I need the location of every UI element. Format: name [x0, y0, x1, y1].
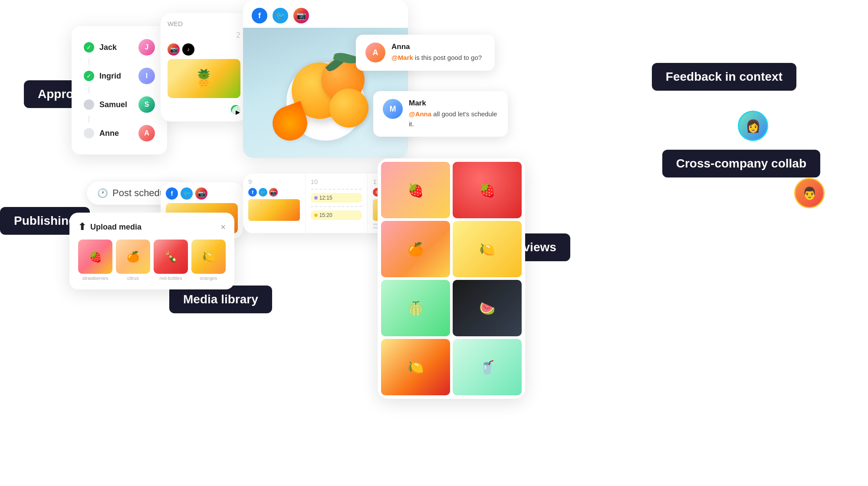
media-item-4: 🍋 oranges [191, 240, 226, 281]
event-dot-yellow [314, 213, 318, 217]
instagram-icon-main: 📷 [293, 8, 309, 23]
event-time-1520: 15:20 [319, 212, 332, 218]
tiktok-icon: ♪ [182, 43, 194, 56]
user-name-samuel: Samuel [99, 100, 127, 109]
approval-row-samuel: Samuel S [84, 94, 155, 115]
food-emoji: 🍍 [193, 69, 215, 89]
chat-bubble-mark: M Mark @Anna all good let's schedule it. [373, 91, 508, 137]
media-thumb-oranges[interactable]: 🍋 [191, 240, 226, 274]
approvals-card: Jack J Ingrid I Samuel S Anne A [72, 26, 167, 154]
collab-avatar-emoji-1: 👩 [746, 119, 761, 133]
media-library-card: ⬆ Upload media × 🍓 strawberries 🍊 citrus… [69, 213, 234, 289]
avatar-anne: A [138, 125, 155, 141]
photo-pink-strawberry: 🍓 [381, 162, 450, 218]
instagram-icon-2: 📷 [195, 187, 207, 200]
planning-day: WED [168, 20, 240, 27]
media-label-3: red-bottles [154, 276, 188, 281]
planning-date: 2 [168, 31, 240, 40]
photo-citrus-cut: 🍋 [381, 339, 450, 395]
avatar-mark: M [383, 99, 403, 119]
avatar-samuel: S [138, 96, 155, 113]
upload-icon: ⬆ [78, 221, 86, 233]
cal-event-1520: 15:20 [311, 210, 362, 220]
collab-avatar-1: 👩 [738, 111, 768, 141]
social-icons-row: 📷 ♪ [168, 43, 240, 56]
cal-day-10: 10 [311, 178, 362, 185]
media-label-1: strawberries [78, 276, 112, 281]
photo-smoothie: 🥤 [453, 339, 522, 395]
approved-icon-ingrid [84, 71, 94, 81]
close-button[interactable]: × [220, 222, 226, 232]
instagram-icon: 📷 [168, 43, 180, 56]
chat-text-mark: @Anna all good let's schedule it. [409, 109, 498, 129]
twitter-icon-main: 🐦 [273, 8, 288, 23]
orange-3 [329, 89, 368, 128]
media-title-row: ⬆ Upload media [78, 221, 141, 233]
dashed-line-mid [311, 206, 362, 207]
media-thumb-strawberry[interactable]: 🍓 [78, 240, 112, 274]
photo-citrus-mix: 🍊 [381, 221, 450, 277]
photo-red-strawberry: 🍓 [453, 162, 522, 218]
media-grid: 🍓 strawberries 🍊 citrus 🍾 red-bottles 🍋 … [78, 240, 226, 281]
media-header: ⬆ Upload media × [78, 221, 226, 233]
media-item-3: 🍾 red-bottles [154, 240, 188, 281]
facebook-icon-main: f [252, 8, 267, 23]
collab-avatar-2: 👨 [794, 178, 825, 208]
event-time-1215: 12:15 [319, 195, 332, 201]
chat-name-mark: Mark [409, 99, 498, 108]
social-icons-row-2: f 🐦 📷 [166, 187, 238, 200]
approval-row-anne: Anne A [84, 122, 155, 144]
cal-event-1215: 12:15 [311, 193, 362, 203]
photo-yellow-lemon: 🍋 [453, 221, 522, 277]
user-name-jack: Jack [99, 43, 117, 52]
photo-lime-slices: 🍈 [381, 280, 450, 336]
connector-line [89, 87, 89, 94]
twitter-icon-2: 🐦 [181, 187, 193, 200]
connector-line [89, 115, 89, 122]
mention-mark: @Mark [391, 54, 413, 61]
cal-image-9 [248, 199, 300, 221]
media-library-title: Upload media [90, 223, 141, 232]
photo-grid-inner: 🍓 🍓 🍊 🍋 🍈 🍉 🍋 🥤 [381, 162, 522, 395]
social-row-9: f 🐦 📷 [248, 188, 300, 197]
clock-icon: 🕐 [97, 188, 108, 198]
event-dot-purple [314, 196, 318, 200]
facebook-icon-2: f [166, 187, 178, 200]
media-item-1: 🍓 strawberries [78, 240, 112, 281]
avatar-jack: J [138, 39, 155, 56]
media-label-4: oranges [191, 276, 226, 281]
chat-bubble-anna: A Anna @Mark is this post good to go? [356, 35, 495, 71]
play-button[interactable]: ▶ [232, 106, 244, 118]
media-label-2: citrus [116, 276, 150, 281]
avatar-anna: A [365, 43, 385, 62]
cross-company-collab-label: Cross-company collab [662, 150, 820, 177]
social-bar: f 🐦 📷 [243, 0, 408, 28]
chat-text-anna: @Mark is this post good to go? [391, 53, 482, 63]
media-thumb-citrus[interactable]: 🍊 [116, 240, 150, 274]
chat-name-anna: Anna [391, 43, 482, 51]
user-name-ingrid: Ingrid [99, 72, 121, 81]
planning-calendar-card: WED 2 📷 ♪ 🍍 ▶ ✓ [161, 13, 247, 122]
planning-food-image: 🍍 ▶ [168, 59, 240, 98]
cal-cell-9: 9 f 🐦 📷 [243, 174, 306, 233]
mention-anna: @Anna [409, 110, 431, 118]
media-thumb-bottles[interactable]: 🍾 [154, 240, 188, 274]
none-icon-anne [84, 128, 94, 138]
pending-icon-samuel [84, 99, 94, 110]
cal-day-9: 9 [248, 178, 300, 185]
tw-icon-cal: 🐦 [259, 188, 267, 197]
approved-icon-jack [84, 42, 94, 53]
collab-avatar-emoji-2: 👨 [802, 186, 817, 200]
fb-icon-cal: f [248, 188, 257, 197]
avatar-ingrid: I [138, 68, 155, 84]
connector-line [89, 58, 89, 65]
dashed-line-top [311, 189, 362, 190]
chat-content-anna: Anna @Mark is this post good to go? [391, 43, 482, 63]
user-name-anne: Anne [99, 129, 119, 138]
photo-grid-card: 🍓 🍓 🍊 🍋 🍈 🍉 🍋 🥤 [378, 158, 525, 399]
photo-papaya-green: 🍉 [453, 280, 522, 336]
media-item-2: 🍊 citrus [116, 240, 150, 281]
feedback-in-context-label: Feedback in context [652, 63, 796, 91]
ig-icon-cal: 📷 [269, 188, 278, 197]
chat-content-mark: Mark @Anna all good let's schedule it. [409, 99, 498, 129]
